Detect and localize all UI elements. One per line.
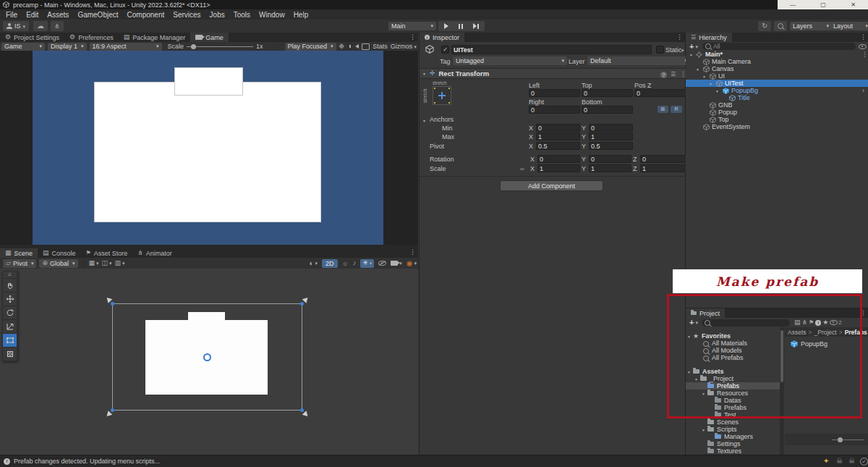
anchor-max-y-field[interactable]: 1 [589,132,633,140]
pivot-x-field[interactable]: 0.5 [536,142,580,150]
scene-visibility-icon[interactable] [378,261,386,266]
snap-dropdown[interactable] [102,260,112,266]
services-button[interactable] [51,21,64,31]
scale-slider-knob[interactable] [191,44,196,49]
tree-row-ui[interactable]: UI [686,72,868,80]
scale-slider[interactable] [187,43,253,50]
menu-file[interactable]: File [1,11,22,19]
tab-project-settings[interactable]: Project Settings [0,33,64,42]
presets-icon[interactable] [671,71,676,77]
selection-handle[interactable] [300,408,304,412]
add-component-button[interactable]: Add Component [500,180,603,191]
plugin-icon-2[interactable] [848,458,855,465]
scale-z-field[interactable]: 1 [640,164,686,172]
status-message[interactable]: Prefab changes detected. Updating menu s… [14,458,160,465]
foldout-icon[interactable] [422,70,426,77]
gizmos-dropdown[interactable]: Gizmos [391,43,417,50]
left-field[interactable]: 0 [529,89,580,97]
anchors-foldout-icon[interactable] [422,117,426,124]
scene-menu-icon[interactable] [861,51,868,58]
selection-handle[interactable] [111,302,114,306]
rotation-x-field[interactable]: 0 [537,155,580,163]
tree-row-managers[interactable]: Managers [686,433,780,440]
selection-handle[interactable] [111,408,114,412]
rotation-y-field[interactable]: 0 [589,155,631,163]
anchor-min-y-field[interactable]: 0 [589,124,633,132]
grid-visibility-dropdown[interactable] [89,260,99,266]
right-field[interactable]: 0 [529,106,580,114]
menu-tools[interactable]: Tools [229,11,255,19]
close-button[interactable]: ✕ [851,1,856,8]
tree-row-uitest[interactable]: UITest [686,80,868,87]
account-button[interactable]: IS [3,21,29,31]
create-button[interactable] [689,43,694,51]
play-button[interactable] [438,21,454,31]
stats-button[interactable]: Stats [373,43,388,50]
mute-audio-icon[interactable] [355,44,359,49]
display-dropdown[interactable]: Display 1 [48,43,87,51]
tree-row-main[interactable]: Main* [686,51,868,58]
minimize-button[interactable]: — [790,1,796,8]
scale-y-field[interactable]: 1 [589,164,631,172]
tree-row-title[interactable]: Title [686,94,868,101]
posz-field[interactable]: 0 [634,89,686,97]
help-icon[interactable] [660,72,667,78]
tab-game[interactable]: Game [190,33,229,42]
anchor-max-x-field[interactable]: 1 [536,132,580,140]
rotate-tool[interactable] [3,306,17,320]
anchor-min-x-field[interactable]: 0 [536,124,580,132]
selection-handle[interactable] [300,302,304,306]
move-snap-dropdown[interactable] [115,260,125,266]
link-scale-icon[interactable] [520,166,524,172]
tree-row-canvas[interactable]: Canvas [686,65,868,72]
maximize-button[interactable]: ▢ [820,1,826,8]
transform-tool[interactable] [3,348,17,361]
scale-x-field[interactable]: 1 [537,164,580,172]
layer-dropdown[interactable]: Default [587,56,690,65]
panel-menu-icon[interactable] [676,34,683,41]
gameobject-name-field[interactable]: UITest [451,45,652,54]
search-button[interactable] [774,21,787,31]
blueprint-mode-button[interactable]: ⊞ [658,106,668,113]
hierarchy-search-input[interactable]: All [702,43,856,50]
context-dropdown[interactable]: Main [388,22,436,30]
cache-status-icon[interactable] [860,458,868,466]
tree-row-main-camera[interactable]: Main Camera [686,58,868,65]
tab-console[interactable]: Console [38,248,81,258]
anchor-preset-widget[interactable] [433,86,451,105]
scene-gizmos-dropdown[interactable] [407,260,417,267]
layers-dropdown[interactable]: Layers [790,22,832,30]
aspect-dropdown[interactable]: 16:9 Aspect [90,43,162,51]
prefab-open-icon[interactable] [862,87,864,94]
scene-picking-icon[interactable] [859,44,867,49]
pivot-dropdown[interactable]: Pivot [3,259,36,268]
tab-preferences[interactable]: Preferences [64,33,119,42]
menu-help[interactable]: Help [289,11,313,19]
tab-animator[interactable]: Animator [132,248,177,258]
menu-gameobject[interactable]: GameObject [73,11,122,19]
tree-row-scripts[interactable]: Scripts [686,426,780,433]
toggle-2d-button[interactable]: 2D [322,259,338,268]
vsync-icon[interactable] [362,43,370,50]
menu-component[interactable]: Component [123,11,169,19]
cloud-button[interactable] [33,21,48,31]
plugin-icon-1[interactable] [836,458,843,465]
tree-row-eventsystem[interactable]: EventSystem [686,123,868,130]
global-dropdown[interactable]: Global [39,259,77,268]
camera-settings-dropdown[interactable] [391,260,402,266]
pivot-y-field[interactable]: 0.5 [589,142,633,150]
menu-window[interactable]: Window [255,11,289,19]
tab-scene[interactable]: Scene [0,248,38,258]
active-checkbox[interactable] [441,46,449,54]
palette-drag-handle[interactable] [3,272,17,279]
rect-tool[interactable] [3,334,17,348]
static-checkbox[interactable] [656,46,664,54]
menu-edit[interactable]: Edit [22,11,43,19]
tree-row-textures[interactable]: Textures [686,447,780,455]
create-dropdown-icon[interactable] [695,43,698,50]
rect-transform-header[interactable]: Rect Transform [420,68,686,79]
tree-row-popupbg[interactable]: PopupBg [686,87,868,94]
raw-edit-mode-button[interactable]: R [671,106,682,113]
panel-menu-icon[interactable] [409,34,416,41]
undo-history-button[interactable] [758,21,771,31]
